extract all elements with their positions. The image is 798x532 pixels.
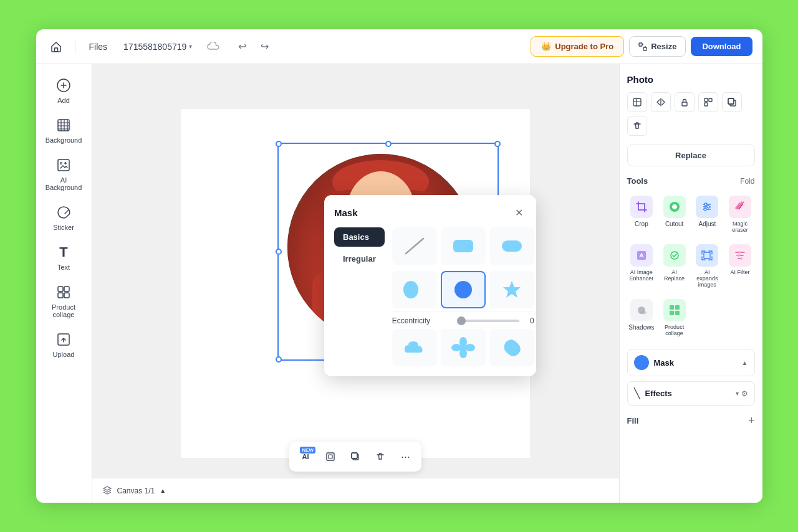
crop-icon <box>630 196 653 218</box>
tool-shadows[interactable]: Shadows <box>627 295 656 340</box>
mask-shape-circle[interactable] <box>441 271 486 308</box>
tool-ai-enhancer-label: AI Image Enhancer <box>628 269 655 282</box>
layers-panel-button[interactable] <box>627 92 647 112</box>
ai-toolbar-button[interactable]: AI NEW <box>294 445 317 468</box>
download-button[interactable]: Download <box>691 37 752 56</box>
copy-panel-button[interactable] <box>722 92 742 112</box>
mask-shape-star[interactable] <box>489 271 534 308</box>
tool-ai-expands-images[interactable]: AI expands images <box>693 240 722 292</box>
sidebar-item-upload[interactable]: Upload <box>41 326 86 363</box>
duplicate-toolbar-button[interactable] <box>344 445 367 468</box>
left-sidebar: Add Background <box>36 64 92 503</box>
svg-rect-19 <box>329 455 332 458</box>
mask-shape-pill[interactable] <box>489 227 534 265</box>
resize-button[interactable]: Resize <box>629 36 686 57</box>
mask-shape-splash[interactable] <box>489 329 534 366</box>
redo-button[interactable]: ↪ <box>254 37 274 57</box>
svg-rect-48 <box>637 251 646 260</box>
product-collage-right-icon <box>663 299 686 321</box>
effects-settings-icon[interactable]: ⚙ <box>741 389 748 398</box>
mask-shapes-grid-row3 <box>392 329 534 366</box>
frame-toolbar-button[interactable] <box>319 445 342 468</box>
sidebar-item-add[interactable]: Add <box>41 72 86 109</box>
undo-button[interactable]: ↩ <box>232 37 252 57</box>
fill-label: Fill <box>627 416 639 425</box>
svg-rect-18 <box>327 453 334 460</box>
sidebar-item-ai-background-label: AI Background <box>44 176 84 191</box>
mask-shape-diagonal[interactable] <box>392 227 437 265</box>
replace-button[interactable]: Replace <box>627 145 755 166</box>
sidebar-item-product-collage[interactable]: Product collage <box>41 278 86 323</box>
product-collage-icon <box>55 283 72 301</box>
sidebar-item-background-label: Background <box>46 136 82 144</box>
mask-shape-cloud[interactable] <box>392 329 437 366</box>
mask-category-basics[interactable]: Basics <box>334 227 385 247</box>
right-panel-title: Photo <box>627 74 755 85</box>
mask-category-irregular[interactable]: Irregular <box>334 249 385 268</box>
lock-panel-button[interactable] <box>675 92 695 112</box>
home-button[interactable] <box>46 37 66 57</box>
cutout-icon <box>663 196 686 218</box>
position-panel-button[interactable] <box>698 92 718 112</box>
tool-magic-eraser-label: Magic eraser <box>727 221 754 233</box>
tool-ai-image-enhancer[interactable]: AI Image Enhancer <box>627 240 656 292</box>
mask-close-button[interactable]: ✕ <box>511 205 526 220</box>
fill-add-button[interactable]: + <box>748 414 755 427</box>
tool-crop[interactable]: Crop <box>627 192 656 237</box>
add-icon <box>55 77 72 94</box>
mask-shape-blob[interactable] <box>392 271 437 308</box>
svg-rect-14 <box>64 287 69 292</box>
tool-cutout-label: Cutout <box>665 221 683 227</box>
right-mask-row[interactable]: Mask ▲ <box>627 349 755 376</box>
sidebar-item-sticker[interactable]: Sticker <box>41 199 86 236</box>
tool-magic-eraser[interactable]: Magic eraser <box>726 192 755 237</box>
sidebar-item-ai-background[interactable]: AI Background <box>41 151 86 196</box>
tool-adjust[interactable]: Adjust <box>693 192 722 237</box>
svg-point-27 <box>454 281 472 298</box>
files-link[interactable]: Files <box>84 39 113 54</box>
more-toolbar-button[interactable]: ⋯ <box>394 445 416 468</box>
effects-icon: ╲ <box>634 387 640 399</box>
sidebar-item-sticker-label: Sticker <box>53 224 74 231</box>
background-icon <box>55 116 72 134</box>
mask-panel-header: Mask ✕ <box>334 205 526 220</box>
ai-toolbar-btn-wrap: AI NEW <box>294 445 317 468</box>
mask-row-chevron: ▲ <box>742 359 748 366</box>
svg-rect-0 <box>54 48 57 52</box>
eccentricity-slider[interactable] <box>457 320 519 322</box>
canvas-label[interactable]: Canvas 1/1 <box>117 487 155 495</box>
mask-shape-flower[interactable] <box>441 329 486 366</box>
mask-shapes-grid-row2 <box>392 271 534 308</box>
svg-point-52 <box>740 257 743 260</box>
svg-marker-28 <box>503 281 521 298</box>
tools-fold-button[interactable]: Fold <box>740 177 754 186</box>
topbar: Files 1715581805719 ▾ ↩ ↪ 👑 Upgrade to P… <box>36 29 762 64</box>
tool-ai-filter[interactable]: AI Filter <box>726 240 755 292</box>
ai-expands-icon <box>696 244 718 267</box>
right-fill-row: Fill + <box>627 411 755 431</box>
filename-display[interactable]: 1715581805719 ▾ <box>118 39 197 54</box>
upgrade-button[interactable]: 👑 Upgrade to Pro <box>531 36 624 57</box>
effects-expand-icon[interactable]: ▾ <box>736 390 739 397</box>
flip-panel-button[interactable] <box>651 92 671 112</box>
svg-point-33 <box>459 344 467 351</box>
tool-cutout[interactable]: Cutout <box>660 192 689 237</box>
svg-rect-34 <box>633 98 641 106</box>
mask-shapes-grid-row1 <box>392 227 534 265</box>
tool-ai-replace[interactable]: AI Replace <box>660 240 689 292</box>
sticker-icon <box>55 204 72 221</box>
canvas-area[interactable]: ↻ AI NEW <box>92 64 619 503</box>
right-effects-row[interactable]: ╲ Effects ▾ ⚙ <box>627 381 755 406</box>
tool-product-collage-right[interactable]: Product collage <box>660 295 689 340</box>
delete-toolbar-button[interactable] <box>369 445 392 468</box>
canvas-chevron-icon[interactable]: ▲ <box>160 487 166 494</box>
ai-filter-icon <box>729 244 751 267</box>
sidebar-item-text[interactable]: T Text <box>41 239 86 276</box>
sidebar-item-background[interactable]: Background <box>41 112 86 149</box>
svg-rect-1 <box>639 43 642 46</box>
mask-shape-rounded-rect[interactable] <box>441 227 486 265</box>
tool-ai-replace-label: AI Replace <box>661 269 688 282</box>
ai-enhancer-icon <box>630 244 653 267</box>
delete-panel-button[interactable] <box>627 116 647 136</box>
canvas-bottom: Canvas 1/1 ▲ <box>92 478 619 503</box>
